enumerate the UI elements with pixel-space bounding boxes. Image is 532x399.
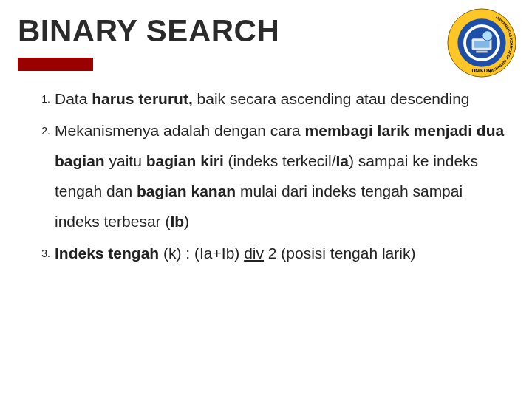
list-item: 3. Indeks tengah (k) : (Ia+Ib) div 2 (po… xyxy=(55,239,505,269)
accent-bar xyxy=(18,58,93,71)
text-run: baik secara xyxy=(193,90,281,107)
list-number: 2. xyxy=(28,116,50,141)
svg-text:UNIKOM: UNIKOM xyxy=(471,68,492,73)
text-run: bagian kiri xyxy=(146,152,224,169)
text-run: Data xyxy=(55,90,92,107)
text-run: Indeks tengah xyxy=(55,245,159,262)
svg-rect-6 xyxy=(476,51,487,53)
list-text: Indeks tengah (k) : (Ia+Ib) div 2 (posis… xyxy=(55,239,505,269)
text-run: harus terurut, xyxy=(92,90,193,107)
text-run: (k) : (Ia+Ib) xyxy=(159,245,244,262)
text-run: Ia xyxy=(335,152,349,169)
list-item: 1.Data harus terurut, baik secara ascend… xyxy=(55,84,505,115)
list-number: 1. xyxy=(28,84,50,109)
list-number: 3. xyxy=(28,239,50,264)
text-run: bagian kanan xyxy=(137,183,236,200)
text-run: Ib xyxy=(170,213,184,230)
list-text: Data harus terurut, baik secara ascendin… xyxy=(55,84,505,115)
content-list: 1.Data harus terurut, baik secara ascend… xyxy=(0,71,532,269)
text-run: Mekanismenya adalah dengan cara xyxy=(55,122,305,139)
list-item: 2.Mekanismenya adalah dengan cara membag… xyxy=(55,116,505,237)
university-logo-icon: UNIVERSITAS KOMPUTER INDONESIA UNIKOM xyxy=(446,7,517,78)
slide: BINARY SEARCH UNIVERSITAS KOMPUTER INDON… xyxy=(0,0,532,399)
svg-rect-5 xyxy=(474,41,489,48)
text-run: ) xyxy=(184,213,189,230)
text-run: ascending xyxy=(281,90,356,107)
text-run: yaitu xyxy=(105,152,146,169)
text-run: descending xyxy=(390,90,469,107)
svg-point-7 xyxy=(482,31,492,41)
text-run: atau xyxy=(355,90,390,107)
text-run: 2 (posisi tengah larik) xyxy=(264,245,415,262)
text-run: div xyxy=(244,245,264,262)
list-text: Mekanismenya adalah dengan cara membagi … xyxy=(55,116,505,237)
text-run: (indeks terkecil/ xyxy=(224,152,336,169)
